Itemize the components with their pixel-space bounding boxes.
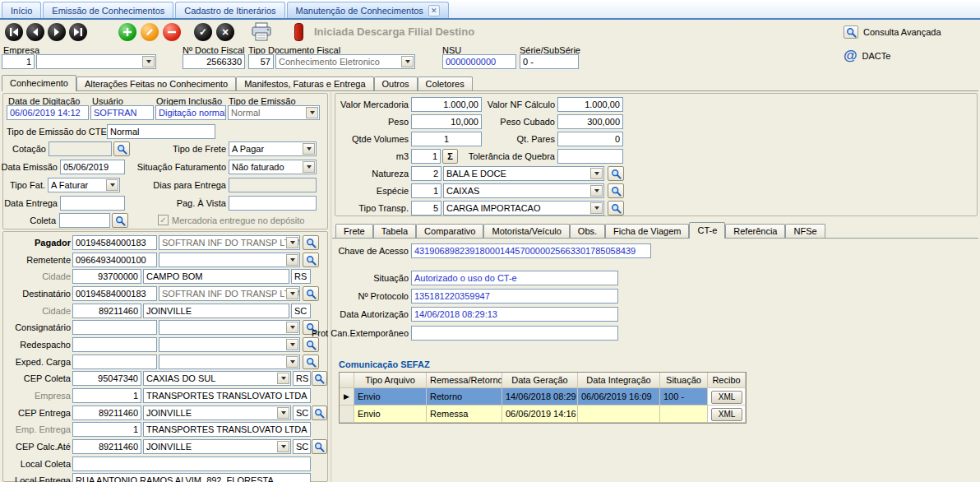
- cancel-button[interactable]: ✕: [216, 23, 234, 41]
- consignatario-combo[interactable]: [159, 320, 300, 335]
- nav-first-button[interactable]: [5, 23, 23, 41]
- sefaz-row-selected[interactable]: ▶ Envio Retorno 14/06/2018 08:29 06/06/2…: [340, 388, 746, 406]
- cep-coleta-uf-field[interactable]: RS: [293, 371, 311, 386]
- cidade-destinatario-code-field[interactable]: 89211460: [72, 304, 141, 318]
- tolerancia-field[interactable]: [557, 149, 623, 164]
- tab-outros[interactable]: Outros: [374, 76, 418, 91]
- tab-comparativo[interactable]: Comparativo: [416, 224, 483, 239]
- tab-ficha-viagem[interactable]: Ficha de Viagem: [605, 224, 689, 239]
- data-digitacao-field[interactable]: 06/06/2019 14:12: [7, 105, 89, 120]
- remetente-code-field[interactable]: 09664934000100: [72, 253, 157, 267]
- dropdown-icon[interactable]: [106, 179, 118, 191]
- emp-entrega-code-field[interactable]: 1: [72, 422, 141, 437]
- tipo-doc-code-field[interactable]: 57: [248, 54, 274, 69]
- destinatario-combo[interactable]: SOFTRAN INF DO TRANSP LTDA: [159, 286, 300, 301]
- tipo-emissao-cte-field[interactable]: Normal: [107, 124, 215, 139]
- dropdown-icon[interactable]: [277, 407, 289, 419]
- cep-entrega-code-field[interactable]: 89211460: [72, 406, 141, 420]
- tab-referencia[interactable]: Referência: [725, 224, 785, 239]
- destinatario-code-field[interactable]: 00194584000183: [72, 286, 157, 301]
- window-tab-cadastro[interactable]: Cadastro de Itinerários: [175, 2, 284, 18]
- tab-cte[interactable]: CT-e: [689, 222, 725, 239]
- data-emissao-field[interactable]: 05/06/2019: [60, 160, 125, 174]
- dropdown-icon[interactable]: [401, 56, 414, 67]
- cep-coleta-code-field[interactable]: 95047340: [72, 371, 141, 386]
- prot-can-field[interactable]: [411, 326, 618, 341]
- peso-cubado-field[interactable]: 300,000: [557, 114, 623, 129]
- cep-calc-code-field[interactable]: 89211460: [72, 439, 141, 454]
- valor-mercadoria-field[interactable]: 1.000,00: [411, 97, 482, 112]
- local-coleta-field[interactable]: [72, 457, 311, 471]
- remetente-combo[interactable]: [159, 253, 300, 267]
- window-tab-manutencao[interactable]: Manutenção de Conhecimentos ✕: [287, 2, 449, 18]
- cell-situacao[interactable]: 100 -: [660, 388, 708, 406]
- dropdown-icon[interactable]: [590, 185, 603, 197]
- tipo-doc-combo[interactable]: Conhecimento Eletronico: [275, 54, 415, 69]
- qtde-volumes-field[interactable]: 1: [411, 132, 482, 146]
- tab-alteracoes[interactable]: Alterações Feitas no Conhecimento: [76, 76, 236, 91]
- situacao-field[interactable]: Autorizado o uso do CT-e: [411, 271, 618, 285]
- panel-splitter[interactable]: [330, 92, 332, 482]
- local-entrega-field[interactable]: RUA ANTONIO RAMOS ALVIM, 892, FLORESTA: [72, 473, 311, 482]
- valor-nf-field[interactable]: 1.000,00: [557, 97, 623, 112]
- cell-situacao[interactable]: [660, 406, 708, 423]
- redespacho-search-button[interactable]: [303, 337, 319, 352]
- col-data-geracao[interactable]: Data Geração: [502, 373, 578, 388]
- tab-conhecimento[interactable]: Conhecimento: [2, 75, 76, 91]
- consulta-avancada-button[interactable]: Consulta Avançada: [844, 25, 941, 39]
- especie-combo[interactable]: CAIXAS: [443, 183, 604, 198]
- tab-close-icon[interactable]: ✕: [428, 5, 440, 16]
- cell-data-integracao[interactable]: [578, 406, 660, 423]
- confirm-button[interactable]: ✓: [194, 23, 212, 41]
- window-tab-inicio[interactable]: Início: [2, 2, 41, 18]
- nav-last-button[interactable]: [69, 23, 87, 41]
- cell-data-geracao[interactable]: 14/06/2018 08:29: [502, 388, 578, 406]
- empresa-coleta-field[interactable]: TRANSPORTES TRANSLOVATO LTDA: [143, 388, 311, 403]
- nsu-field[interactable]: 0000000000: [442, 54, 516, 69]
- consignatario-code-field[interactable]: [72, 320, 157, 335]
- pagador-combo[interactable]: SOFTRAN INF DO TRANSP LTDA: [159, 235, 300, 250]
- tipo-fat-combo[interactable]: A Faturar: [48, 178, 120, 192]
- cidade-destinatario-field[interactable]: JOINVILLE: [143, 304, 289, 318]
- empresa-name-combo[interactable]: [36, 54, 156, 69]
- cep-calc-search-button[interactable]: [312, 439, 327, 454]
- dropdown-icon[interactable]: [303, 161, 315, 173]
- dropdown-icon[interactable]: [306, 107, 318, 118]
- origem-field[interactable]: Digitação normal: [155, 105, 226, 120]
- dropdown-icon[interactable]: [590, 168, 603, 179]
- nav-prev-button[interactable]: [26, 23, 44, 41]
- tab-coletores[interactable]: Coletores: [418, 76, 473, 91]
- dias-entrega-field[interactable]: [229, 178, 317, 192]
- sum-button[interactable]: Σ: [442, 149, 458, 164]
- protocolo-field[interactable]: 135181220359947: [411, 289, 618, 304]
- dropdown-icon[interactable]: [286, 254, 298, 266]
- nav-next-button[interactable]: [48, 23, 66, 41]
- m3-field[interactable]: 1: [411, 149, 441, 164]
- cell-data-geracao[interactable]: 06/06/2019 14:16: [502, 406, 578, 423]
- exped-carga-code-field[interactable]: [72, 355, 157, 369]
- cotacao-search-button[interactable]: [113, 141, 130, 156]
- sefaz-row[interactable]: Envio Remessa 06/06/2019 14:16 XML: [340, 406, 746, 423]
- add-button[interactable]: [118, 23, 136, 41]
- peso-field[interactable]: 10,000: [411, 114, 482, 129]
- cell-tipo-arquivo[interactable]: Envio: [354, 406, 427, 423]
- cep-calc-combo[interactable]: JOINVILLE: [143, 439, 291, 454]
- tab-tabela[interactable]: Tabela: [373, 224, 416, 239]
- cell-data-integracao[interactable]: 06/06/2019 16:09: [578, 388, 660, 406]
- natureza-code-field[interactable]: 2: [411, 166, 441, 181]
- col-situacao[interactable]: Situação: [660, 373, 708, 388]
- dropdown-icon[interactable]: [286, 322, 298, 333]
- redespacho-combo[interactable]: [159, 337, 300, 352]
- window-tab-emissao[interactable]: Emissão de Conhecimentos: [43, 2, 173, 18]
- dropdown-icon[interactable]: [277, 441, 289, 452]
- tab-manifestos[interactable]: Manifestos, Faturas e Entrega: [236, 76, 373, 91]
- especie-search-button[interactable]: [608, 183, 624, 198]
- tab-motorista-veiculo[interactable]: Motorista/Veículo: [483, 224, 569, 239]
- cep-entrega-uf-field[interactable]: SC: [293, 406, 311, 420]
- natureza-search-button[interactable]: [608, 166, 624, 181]
- dropdown-icon[interactable]: [286, 237, 298, 248]
- dropdown-icon[interactable]: [303, 143, 315, 155]
- col-data-integracao[interactable]: Data Integração: [578, 373, 660, 388]
- cidade-remetente-field[interactable]: CAMPO BOM: [143, 269, 289, 284]
- data-autorizacao-field[interactable]: 14/06/2018 08:29:13: [411, 307, 618, 322]
